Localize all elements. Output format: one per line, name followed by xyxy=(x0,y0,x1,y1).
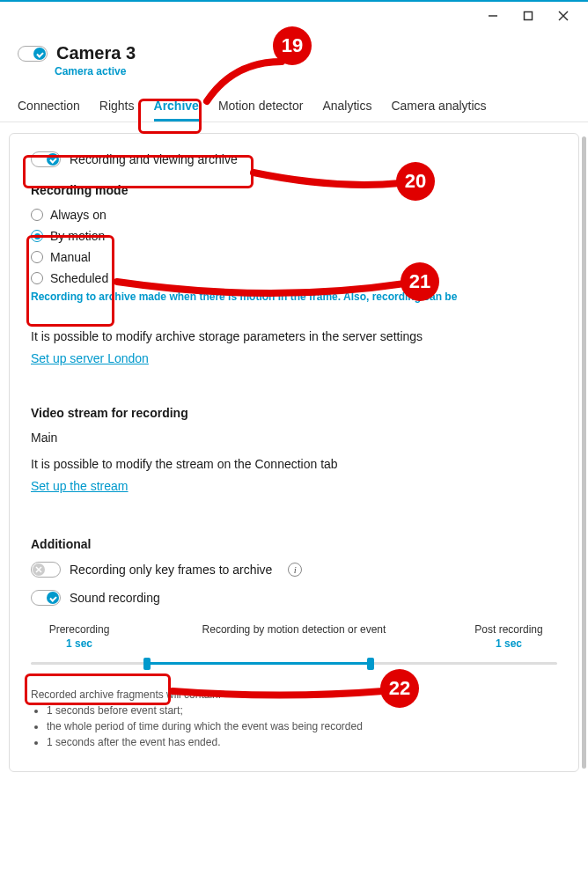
tab-analytics[interactable]: Analytics xyxy=(322,93,371,121)
postrecording-value: 1 sec xyxy=(460,637,557,650)
camera-enabled-toggle[interactable] xyxy=(18,46,48,62)
maximize-icon xyxy=(523,11,533,21)
video-stream-title: Video stream for recording xyxy=(31,406,557,420)
minimize-icon xyxy=(488,11,498,21)
x-icon xyxy=(35,566,42,573)
keyframes-label: Recording only key frames to archive xyxy=(70,563,272,577)
additional-title: Additional xyxy=(31,537,557,551)
close-button[interactable] xyxy=(546,4,581,28)
slider-handle-post[interactable] xyxy=(367,658,374,670)
tab-connection[interactable]: Connection xyxy=(18,93,80,121)
tab-bar: Connection Rights Archive Motion detecto… xyxy=(0,85,588,122)
camera-status: Camera active xyxy=(55,65,570,77)
slider-fill xyxy=(145,662,372,665)
footer-bullet: 1 seconds after the event has ended. xyxy=(47,734,557,750)
sound-recording-toggle[interactable] xyxy=(31,590,61,606)
annotation-box-20 xyxy=(23,155,254,188)
svg-rect-1 xyxy=(525,11,533,19)
slider-handle-pre[interactable] xyxy=(143,658,151,670)
mode-label: Always on xyxy=(50,208,107,222)
minimize-button[interactable] xyxy=(475,4,511,28)
scrollbar[interactable] xyxy=(582,136,586,769)
setup-stream-link[interactable]: Set up the stream xyxy=(31,479,129,493)
prerecording-value: 1 sec xyxy=(31,637,128,650)
storage-desc: It is possible to modify archive storage… xyxy=(31,329,557,343)
prerecording-label: Prerecording xyxy=(31,623,128,636)
motion-recording-label: Recording by motion detection or event xyxy=(128,623,460,636)
annotation-box-21 xyxy=(26,235,114,327)
footer-bullet: the whole period of time during which th… xyxy=(47,718,557,734)
tab-motion-detector[interactable]: Motion detector xyxy=(218,93,304,121)
annotation-box-22 xyxy=(25,674,171,705)
page-header: Camera 3 Camera active xyxy=(0,29,588,85)
postrecording-label: Post recording xyxy=(460,623,557,636)
stream-desc: It is possible to modify the stream on t… xyxy=(31,457,557,471)
keyframes-toggle[interactable] xyxy=(31,562,61,578)
window-titlebar xyxy=(0,0,588,29)
info-icon[interactable]: i xyxy=(288,563,302,577)
slider-labels: Prerecording 1 sec Recording by motion d… xyxy=(31,623,557,650)
svg-line-5 xyxy=(36,567,41,572)
stream-value: Main xyxy=(31,431,557,445)
sound-recording-label: Sound recording xyxy=(70,591,160,605)
tab-camera-analytics[interactable]: Camera analytics xyxy=(391,93,486,121)
tab-rights[interactable]: Rights xyxy=(99,93,135,121)
maximize-button[interactable] xyxy=(511,4,546,28)
mode-always-on[interactable]: Always on xyxy=(31,208,557,222)
svg-line-4 xyxy=(36,567,41,572)
camera-title: Camera 3 xyxy=(56,43,136,63)
radio-icon xyxy=(31,209,43,221)
recording-slider[interactable] xyxy=(31,657,557,671)
setup-server-link[interactable]: Set up server London xyxy=(31,351,149,365)
annotation-box-19 xyxy=(138,99,202,134)
close-icon xyxy=(558,11,569,21)
